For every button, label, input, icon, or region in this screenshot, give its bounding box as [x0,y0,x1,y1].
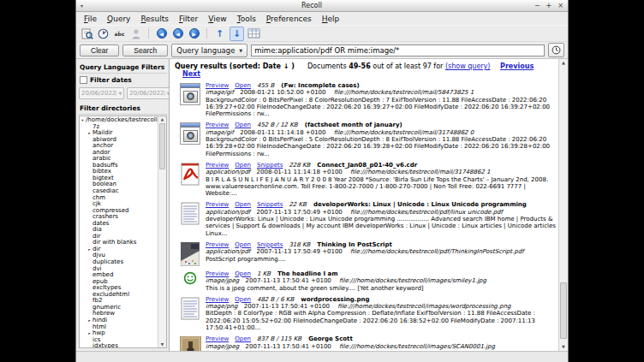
clear-button[interactable]: Clear [80,45,119,56]
tree-item-duplicates[interactable]: duplicates [80,259,158,266]
tree-item-dates[interactable]: dates [80,221,158,228]
directory-tree: ▾/home/dockes/testrecoll7z▸Maildirabiwor… [79,116,167,348]
results-scrollbar-thumb[interactable] [560,282,567,339]
search-button[interactable]: Search [122,45,168,56]
tree-item-maildir[interactable]: ▸Maildir [80,130,158,137]
tree-item-7z[interactable]: 7z [80,124,158,131]
preview-link[interactable]: Preview [206,82,229,89]
tree-scrollbar-thumb[interactable] [159,123,165,169]
menu-item-query[interactable]: Query [102,14,135,24]
open-link[interactable]: Open [235,201,251,208]
menu-item-file[interactable]: File [79,14,102,24]
abc-sort-icon[interactable]: ab̌c [113,27,126,40]
circle-back-icon[interactable]: ◀ [155,27,168,40]
result-row: PreviewOpenSnippets318 KBThinking In Pos… [175,241,556,266]
preview-link[interactable]: Preview [206,241,229,248]
open-link[interactable]: Open [235,335,251,342]
expand-icon[interactable]: ▸ [86,330,92,337]
tree-item-hindi[interactable]: ▸hindi [80,317,158,324]
tree-item-anchor[interactable]: anchor [80,143,158,150]
window-menu-icon[interactable]: ▾ [80,3,89,9]
preview-link[interactable]: Preview [206,122,229,128]
preview-link[interactable]: Preview [206,335,229,342]
scroll-up-icon[interactable]: ▲ [559,60,568,65]
date-from-combo[interactable]: 20/06/2022 ▼ [79,87,124,99]
menu-item-help[interactable]: Help [317,14,345,24]
menu-item-preferences[interactable]: Preferences [261,14,317,24]
previous-page-link[interactable]: Previous [500,62,534,70]
scroll-up-icon[interactable]: ▲ [158,117,166,122]
circle-next-page-icon[interactable]: ▶ [188,27,200,40]
tree-item-badsuffs[interactable]: badsuffs [80,163,158,169]
menu-item-results[interactable]: Results [135,14,174,24]
tree-item-embed[interactable]: embed [80,272,158,279]
tree-item-bibtex[interactable]: bibtex [80,169,158,175]
tree-scrollbar[interactable]: ▲ ▼ [158,116,166,347]
text-doc-icon [181,202,200,225]
menu-item-tools[interactable]: Tools [232,14,261,24]
preview-link[interactable]: Preview [206,270,229,277]
tree-item-excludehtml[interactable]: excludehtml [80,292,158,299]
search-mode-combo[interactable]: Query language ▼ [171,44,247,57]
open-link[interactable]: Open [235,122,251,128]
search-input[interactable] [251,45,545,56]
tree-item-ics[interactable]: ics [80,337,158,344]
tree-item-/home/dockes/testrecoll[interactable]: ▾/home/dockes/testrecoll [80,117,158,124]
circle-prev-page-icon[interactable]: ◀ [171,27,184,40]
tree-item-hwp[interactable]: ▸hwp [80,330,158,337]
open-link[interactable]: Open [235,162,251,169]
minimize-button[interactable]: − [534,2,540,9]
arrow-up-icon[interactable]: ↑ [213,27,226,40]
tree-item-dir[interactable]: ▸dir [80,246,158,253]
tree-item-chm[interactable]: chm [80,195,158,202]
preview-link[interactable]: Preview [206,162,229,169]
person-icon[interactable] [129,27,142,40]
tree-item-andor[interactable]: andor [80,150,158,157]
tree-item-casediac[interactable]: casediac [80,188,158,195]
expand-icon[interactable]: ▸ [86,246,92,253]
search-history-button[interactable] [548,43,564,57]
tree-item-hebrew[interactable]: hebrew [80,311,158,317]
expand-icon[interactable]: ▸ [86,317,92,324]
tree-item-bigtext[interactable]: bigtext [80,175,158,182]
arrow-down-icon[interactable]: ↓ [230,27,244,41]
scroll-down-icon[interactable]: ▼ [158,342,166,347]
menu-item-view[interactable]: View [203,14,231,24]
tree-item-gnumeric[interactable]: gnumeric [80,305,158,312]
next-page-link[interactable]: Next [182,70,200,78]
tree-item-abiword[interactable]: abiword [80,137,158,144]
open-link[interactable]: Open [235,241,251,248]
show-query-link[interactable]: (show query) [445,62,491,70]
tree-item-dir-with-blanks[interactable]: dir with blanks [80,240,158,246]
collapse-icon[interactable]: ▾ [80,117,86,124]
table-view-icon[interactable] [247,27,260,40]
tree-item-arabic[interactable]: arabic [80,156,158,163]
snippets-link[interactable]: Snippets [257,241,283,248]
gauge-icon[interactable] [97,27,110,40]
tree-item-dia[interactable]: dia [80,227,158,234]
filter-sidebar: Query Language Filters Filter dates 20/0… [76,59,169,351]
tree-item-html[interactable]: html [80,324,158,331]
snippets-link[interactable]: Snippets [257,162,283,169]
snippets-link[interactable]: Snippets [257,201,283,208]
open-link[interactable]: Open [235,270,251,277]
preview-link[interactable]: Preview [206,201,229,208]
advanced-search-icon[interactable] [80,27,93,40]
result-url: file:///home/dockes/testrecoll/pdf/Think… [350,248,524,255]
tree-item-boolean[interactable]: boolean [80,181,158,188]
tree-item-crashers[interactable]: crashers [80,214,158,221]
maximize-button[interactable]: + [546,2,552,9]
tree-item-compressed[interactable]: compressed [80,208,158,215]
preview-link[interactable]: Preview [206,296,229,303]
results-scrollbar[interactable]: ▲ ▼ [558,59,568,351]
close-button[interactable]: × [558,2,564,9]
tree-item-idxtypes[interactable]: idxtypes [80,343,158,348]
open-link[interactable]: Open [235,82,251,89]
tree-item-dvi[interactable]: dvi [80,266,158,273]
filter-dates-checkbox[interactable] [80,76,87,84]
menu-item-filter[interactable]: Filter [174,14,203,24]
open-link[interactable]: Open [235,296,251,303]
scroll-down-icon[interactable]: ▼ [559,344,568,349]
expand-icon[interactable]: ▸ [86,130,92,137]
date-to-combo[interactable]: 20/06/2022 ▼ [127,87,172,99]
